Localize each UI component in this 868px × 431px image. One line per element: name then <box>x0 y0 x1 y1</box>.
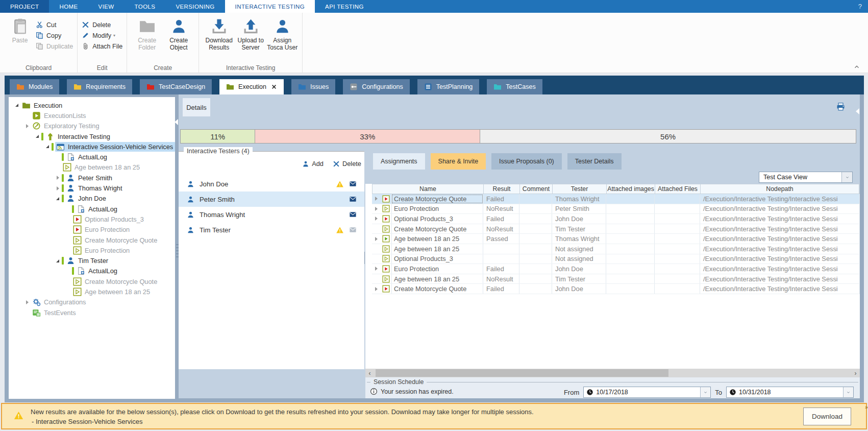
ribbon-button-cut[interactable]: Cut <box>36 19 73 30</box>
ribbon-button-copy[interactable]: Copy <box>36 30 73 41</box>
tree-item-thomas-wright[interactable]: Thomas Wright <box>9 183 175 193</box>
row-expander-icon[interactable] <box>372 284 380 294</box>
close-icon[interactable] <box>271 84 277 90</box>
column-header-attached-files[interactable]: Attached Files <box>655 184 701 194</box>
column-header-result[interactable]: Result <box>484 184 520 194</box>
tree-item-age-between-18-an-25[interactable]: Age between 18 an 25 <box>9 162 175 173</box>
column-header-nodepath[interactable]: Nodepath <box>701 184 859 194</box>
tree-item-actuallog[interactable]: ActualLog <box>9 266 175 276</box>
ribbon-collapse-icon[interactable] <box>853 63 861 70</box>
row-expander-icon[interactable] <box>372 194 380 204</box>
table-row[interactable]: Optional Products_3FailedJohn Doe/Execut… <box>372 214 860 224</box>
tab-testcasedesign[interactable]: TestCaseDesign <box>140 79 212 94</box>
tab-share-invite[interactable]: Share & Invite <box>431 153 486 170</box>
from-date-picker[interactable]: 10/17/2018 <box>583 387 711 398</box>
tree-item-execution[interactable]: Execution <box>9 100 175 110</box>
tree-item-exploratory-testing[interactable]: Exploratory Testing <box>9 121 175 131</box>
menu-item-tools[interactable]: TOOLS <box>125 0 166 13</box>
scroll-right-arrow[interactable]: › <box>851 369 860 377</box>
ribbon-button-create-object[interactable]: CreateObject <box>163 15 194 51</box>
tree-item-john-doe[interactable]: John Doe <box>9 194 175 204</box>
view-mode-dropdown-button[interactable] <box>841 172 852 182</box>
add-tester-button[interactable]: Add <box>312 160 324 167</box>
ribbon-button-download-results[interactable]: DownloadResults <box>203 15 235 51</box>
menu-item-interactive-testing[interactable]: INTERACTIVE TESTING <box>225 0 315 13</box>
column-header-tester[interactable]: Tester <box>553 184 607 194</box>
expander-open-icon[interactable] <box>13 104 21 107</box>
ribbon-button-delete[interactable]: Delete <box>82 19 122 30</box>
expander-open-icon[interactable] <box>54 259 62 262</box>
table-row[interactable]: Create Motorcycle QuoteFailedJohn Doe/Ex… <box>372 284 860 294</box>
tree-item-interactive-session-vehicle-services[interactable]: Interactive Session-Vehicle Services <box>9 141 175 152</box>
ribbon-button-attach-file[interactable]: Attach File <box>82 41 122 52</box>
menu-item-home[interactable]: HOME <box>49 0 88 13</box>
tree-item-interactive-testing[interactable]: Interactive Testing <box>9 131 175 141</box>
column-header-attached-images[interactable]: Attached images <box>607 184 655 194</box>
row-expander-icon[interactable] <box>372 234 380 244</box>
scroll-left-arrow[interactable]: ‹ <box>365 369 374 377</box>
tree-item-testevents[interactable]: TestEvents <box>9 307 175 318</box>
menu-item-project[interactable]: PROJECT <box>0 0 49 13</box>
to-date-dropdown-button[interactable] <box>843 387 853 397</box>
tree-item-configurations[interactable]: Configurations <box>9 297 175 307</box>
table-row[interactable]: Age between 18 an 25NoResultTim Tester/E… <box>372 274 860 284</box>
expander-open-icon[interactable] <box>33 135 41 138</box>
panel-collapse-icon[interactable] <box>856 108 859 114</box>
menu-item-versioning[interactable]: VERSIONING <box>165 0 225 13</box>
tab-testplanning[interactable]: TestPlanning <box>417 79 480 94</box>
ribbon-button-assign-tosca-user[interactable]: AssignTosca User <box>266 15 298 51</box>
tab-issues[interactable]: Issues <box>291 79 335 94</box>
table-row[interactable]: Age between 18 an 25Not assigned/Executi… <box>372 244 860 254</box>
row-expander-icon[interactable] <box>372 204 380 214</box>
tree-item-actuallog[interactable]: ActualLog <box>9 204 175 214</box>
tester-row-peter-smith[interactable]: Peter Smith <box>179 191 364 207</box>
expander-open-icon[interactable] <box>54 197 62 200</box>
expander-closed-icon[interactable] <box>54 186 62 190</box>
expander-open-icon[interactable] <box>43 145 52 148</box>
tree-item-euro-protection[interactable]: Euro Protection <box>9 225 175 235</box>
tree-item-actuallog[interactable]: ActualLog <box>9 152 175 162</box>
view-mode-select[interactable]: Test Case View <box>759 172 853 183</box>
ribbon-button-modify[interactable]: Modify▾ <box>82 30 122 41</box>
expander-closed-icon[interactable] <box>54 176 62 180</box>
tab-issue-proposals-0[interactable]: Issue Proposals (0) <box>491 153 562 170</box>
tester-row-tim-tester[interactable]: Tim Tester <box>179 222 364 237</box>
tree-item-euro-protection[interactable]: Euro Protection <box>9 245 175 255</box>
splitter-collapse-icon[interactable] <box>175 119 178 125</box>
tab-details[interactable]: Details <box>183 98 210 116</box>
table-row[interactable]: Optional Products_3Not assigned/Executio… <box>372 254 860 265</box>
tab-assignments[interactable]: Assignments <box>373 153 425 170</box>
table-row[interactable]: Euro ProtectionNoResultPeter Smith/Execu… <box>372 204 860 214</box>
tab-execution[interactable]: Execution <box>219 79 284 94</box>
row-expander-icon[interactable] <box>372 214 380 224</box>
column-header-comment[interactable]: Comment <box>520 184 553 194</box>
help-icon[interactable]: ? <box>858 0 862 13</box>
tree-item-tim-tester[interactable]: Tim Tester <box>9 255 175 266</box>
tab-configurations[interactable]: Configurations <box>343 79 410 94</box>
ribbon-button-upload-to-server[interactable]: Upload toServer <box>235 15 266 51</box>
tree-item-age-between-18-an-25[interactable]: Age between 18 an 25 <box>9 286 175 297</box>
table-row[interactable]: Create Motorcycle QuoteNoResultTim Teste… <box>372 224 860 234</box>
table-row[interactable]: Age between 18 an 25PassedThomas Wright/… <box>372 234 860 244</box>
from-date-dropdown-button[interactable] <box>700 387 710 397</box>
scrollbar-thumb[interactable] <box>376 369 668 377</box>
tree-item-optional-products-3[interactable]: Optional Products_3 <box>9 214 175 224</box>
tester-row-thomas-wright[interactable]: Thomas Wright <box>179 207 364 222</box>
menu-item-view[interactable]: VIEW <box>88 0 125 13</box>
tree-item-create-motorcycle-quote[interactable]: Create Motorcycle Quote <box>9 235 175 245</box>
tree-item-executionlists[interactable]: ExecutionLists <box>9 110 175 121</box>
delete-tester-button[interactable]: Delete <box>342 160 361 167</box>
expander-closed-icon[interactable] <box>23 124 31 128</box>
to-date-picker[interactable]: 10/31/2018 <box>726 387 854 398</box>
tab-testcases[interactable]: TestCases <box>487 79 542 94</box>
notification-chevron-icon[interactable]: » <box>865 404 868 410</box>
table-row[interactable]: Create Motorcycle QuoteFailedThomas Wrig… <box>372 194 860 204</box>
expander-closed-icon[interactable] <box>23 300 31 304</box>
menu-item-api-testing[interactable]: API TESTING <box>315 0 374 13</box>
print-icon[interactable] <box>835 102 846 111</box>
tab-modules[interactable]: Modules <box>10 79 59 94</box>
tree-item-peter-smith[interactable]: Peter Smith <box>9 173 175 183</box>
table-row[interactable]: Euro ProtectionFailedJohn Doe/Execution/… <box>372 264 860 274</box>
download-button[interactable]: Download <box>803 408 851 425</box>
row-expander-icon[interactable] <box>372 264 380 274</box>
